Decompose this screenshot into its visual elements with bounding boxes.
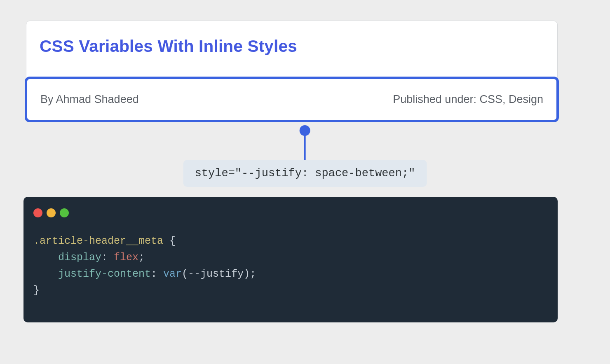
code-semi: ;: [250, 268, 256, 280]
code-func-var: var: [163, 268, 182, 280]
code-indent: [33, 268, 58, 280]
code-varname: --justify: [188, 268, 244, 280]
minimize-icon: [47, 208, 56, 217]
code-colon: :: [101, 252, 114, 264]
code-selector: .article-header__meta: [33, 235, 169, 247]
code-paren-close: ): [244, 268, 250, 280]
code-prop-display: display: [58, 252, 101, 264]
code-prop-justify: justify-content: [58, 268, 151, 280]
callout-connector: style="--justify: space-between;": [183, 125, 427, 187]
code-value-flex: flex: [114, 252, 138, 264]
code-brace-open: {: [169, 235, 176, 247]
close-icon: [33, 208, 42, 217]
article-meta-row: By Ahmad Shadeed Published under: CSS, D…: [25, 77, 559, 122]
callout-dot: [300, 125, 310, 136]
callout-box: style="--justify: space-between;": [183, 160, 427, 187]
meta-categories: Published under: CSS, Design: [393, 93, 543, 106]
callout-line: [304, 135, 306, 160]
code-block: .article-header__meta { display: flex; j…: [33, 233, 548, 299]
code-window: .article-header__meta { display: flex; j…: [23, 197, 558, 322]
article-title: CSS Variables With Inline Styles: [40, 37, 297, 56]
meta-author: By Ahmad Shadeed: [40, 93, 139, 106]
code-paren-open: (: [182, 268, 188, 280]
window-controls: [33, 208, 548, 217]
code-brace-close: }: [33, 285, 40, 296]
code-indent: [33, 252, 58, 264]
code-semi: ;: [138, 252, 145, 264]
article-card: CSS Variables With Inline Styles By Ahma…: [26, 21, 558, 122]
code-colon: :: [151, 268, 163, 280]
maximize-icon: [60, 208, 69, 217]
